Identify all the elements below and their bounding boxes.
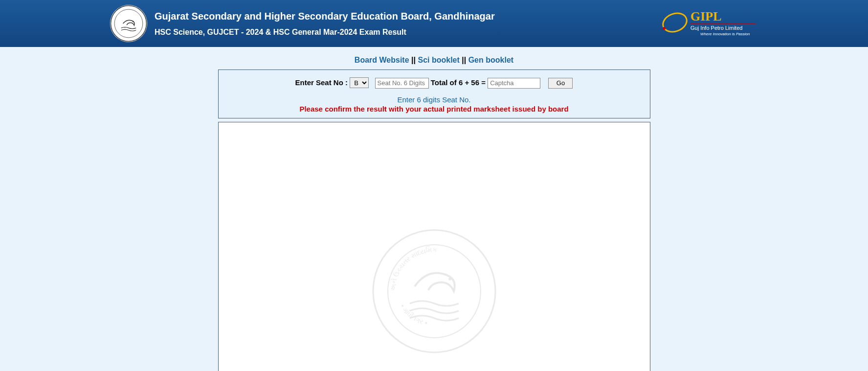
header-left: Gujarat Secondary and Higher Secondary E… bbox=[110, 5, 495, 42]
captcha-input[interactable] bbox=[488, 78, 540, 89]
seat-prefix-select[interactable]: B bbox=[350, 77, 369, 88]
captcha-label: Total of 6 + 56 = bbox=[431, 78, 488, 87]
header-right: GIPL Guj Info Petro Limited Where Innova… bbox=[660, 8, 758, 39]
page-title: Gujarat Secondary and Higher Secondary E… bbox=[155, 11, 495, 22]
svg-text:• ગાંધીનગર •: • ગાંધીનગર • bbox=[399, 302, 428, 326]
form-row: Enter Seat No : B Total of 6 + 56 = Go bbox=[223, 77, 645, 89]
seat-no-label: Enter Seat No : bbox=[295, 78, 350, 87]
go-button[interactable]: Go bbox=[548, 78, 573, 89]
gen-booklet-link[interactable]: Gen booklet bbox=[468, 56, 513, 64]
svg-text:Guj Info Petro Limited: Guj Info Petro Limited bbox=[690, 25, 742, 31]
search-form: Enter Seat No : B Total of 6 + 56 = Go E… bbox=[218, 70, 650, 118]
svg-point-4 bbox=[663, 27, 666, 30]
svg-text:અને ઉચ્ચતર માધ્યમિક: અને ઉચ્ચતર માધ્યમિક bbox=[388, 245, 437, 291]
info-message: Enter 6 digits Seat No. bbox=[223, 95, 645, 104]
board-seal-icon bbox=[110, 5, 147, 42]
page-header: Gujarat Secondary and Higher Secondary E… bbox=[0, 0, 868, 47]
nav-separator: || bbox=[462, 56, 468, 64]
seat-no-input[interactable] bbox=[375, 78, 429, 89]
board-seal-watermark-icon: અને ઉચ્ચતર માધ્યમિક • ગાંધીનગર • bbox=[371, 228, 498, 355]
result-panel: અને ઉચ્ચતર માધ્યમિક • ગાંધીનગર • bbox=[218, 122, 650, 371]
page-subtitle: HSC Science, GUJCET - 2024 & HSC General… bbox=[155, 28, 495, 37]
board-website-link[interactable]: Board Website bbox=[355, 56, 409, 64]
header-text: Gujarat Secondary and Higher Secondary E… bbox=[155, 11, 495, 37]
svg-point-10 bbox=[388, 245, 481, 338]
nav-separator: || bbox=[411, 56, 418, 64]
svg-point-11 bbox=[448, 278, 451, 280]
gipl-logo-icon: GIPL Guj Info Petro Limited Where Innova… bbox=[660, 8, 758, 37]
nav-links: Board Website || Sci booklet || Gen book… bbox=[0, 47, 868, 70]
warning-message: Please confirm the result with your actu… bbox=[223, 105, 645, 113]
svg-point-3 bbox=[660, 10, 689, 35]
sci-booklet-link[interactable]: Sci booklet bbox=[418, 56, 459, 64]
svg-text:GIPL: GIPL bbox=[690, 9, 722, 23]
svg-point-2 bbox=[133, 21, 134, 22]
svg-text:Where Innovation is Passion: Where Innovation is Passion bbox=[700, 32, 750, 36]
